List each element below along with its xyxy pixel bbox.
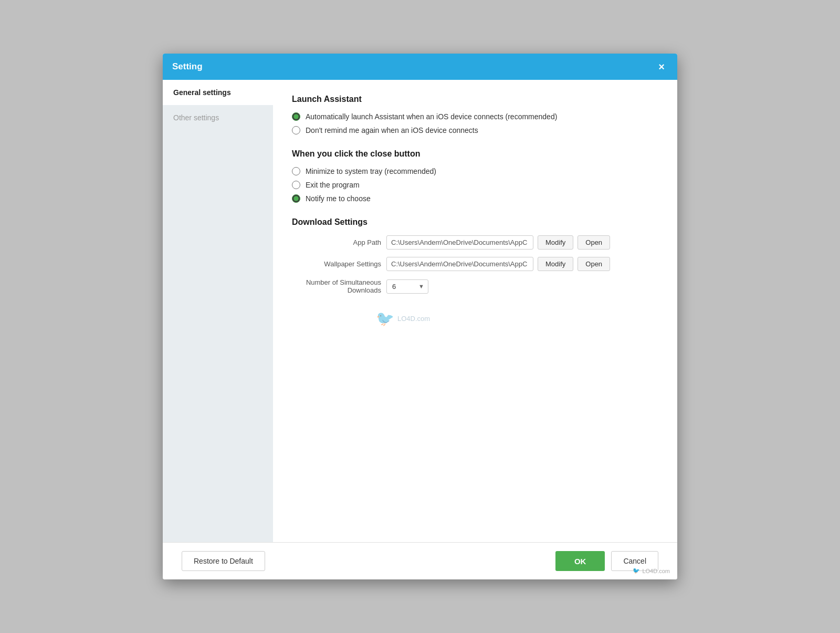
wallpaper-open-button[interactable]: Open <box>578 257 610 271</box>
close-option-exit[interactable]: Exit the program <box>292 181 658 189</box>
close-option-minimize[interactable]: Minimize to system tray (recommended) <box>292 167 658 175</box>
simultaneous-select[interactable]: 1 2 3 4 5 6 7 8 <box>386 279 428 294</box>
sidebar-item-general[interactable]: General settings <box>163 80 273 105</box>
wallpaper-row: Wallpaper Settings Modify Open <box>292 257 658 271</box>
download-settings-grid: App Path Modify Open Wallpaper Settings … <box>292 235 658 294</box>
lo4d-badge: 🐦 LO4D.com <box>633 567 670 574</box>
watermark: 🐦 LO4D.com <box>292 310 658 327</box>
dialog-body: General settings Other settings Launch A… <box>163 80 677 542</box>
titlebar: Setting × <box>163 54 677 80</box>
app-path-open-button[interactable]: Open <box>578 235 610 250</box>
launch-section: Launch Assistant Automatically launch As… <box>292 95 658 134</box>
close-radio-notify[interactable] <box>292 194 300 203</box>
sidebar: General settings Other settings <box>163 80 273 542</box>
launch-radio-noremind[interactable] <box>292 126 300 134</box>
dialog-title: Setting <box>172 61 203 72</box>
sidebar-item-other[interactable]: Other settings <box>163 105 273 130</box>
close-option-notify[interactable]: Notify me to choose <box>292 194 658 203</box>
launch-section-title: Launch Assistant <box>292 95 658 104</box>
app-path-modify-button[interactable]: Modify <box>538 235 573 250</box>
dialog-footer: Restore to Default OK Cancel <box>163 542 677 579</box>
lo4d-icon: 🐦 <box>633 567 640 574</box>
wallpaper-input[interactable] <box>386 257 533 271</box>
launch-option-auto[interactable]: Automatically launch Assistant when an i… <box>292 112 658 121</box>
close-radio-group: Minimize to system tray (recommended) Ex… <box>292 167 658 203</box>
close-radio-exit[interactable] <box>292 181 300 189</box>
ok-button[interactable]: OK <box>555 551 605 571</box>
app-path-input[interactable] <box>386 235 533 250</box>
close-button[interactable]: × <box>655 60 668 73</box>
footer-left: Restore to Default <box>182 551 265 571</box>
lo4d-text: LO4D.com <box>642 568 670 574</box>
simultaneous-label: Number of Simultaneous Downloads <box>292 278 381 294</box>
simultaneous-row: Number of Simultaneous Downloads 1 2 3 4… <box>292 278 658 294</box>
launch-radio-auto[interactable] <box>292 112 300 121</box>
launch-radio-group: Automatically launch Assistant when an i… <box>292 112 658 134</box>
settings-content: Launch Assistant Automatically launch As… <box>273 80 677 542</box>
download-section: Download Settings App Path Modify Open W… <box>292 217 658 294</box>
close-section-title: When you click the close button <box>292 149 658 159</box>
wallpaper-modify-button[interactable]: Modify <box>538 257 573 271</box>
restore-default-button[interactable]: Restore to Default <box>182 551 265 571</box>
wallpaper-label: Wallpaper Settings <box>292 260 381 268</box>
app-path-label: App Path <box>292 238 381 246</box>
close-radio-minimize[interactable] <box>292 167 300 175</box>
watermark-text: LO4D.com <box>397 315 430 323</box>
app-path-row: App Path Modify Open <box>292 235 658 250</box>
watermark-icon: 🐦 <box>376 310 394 327</box>
download-section-title: Download Settings <box>292 217 658 227</box>
launch-option-noremind[interactable]: Don't remind me again when an iOS device… <box>292 126 658 134</box>
simultaneous-select-wrap: 1 2 3 4 5 6 7 8 ▼ <box>386 279 428 294</box>
close-button-section: When you click the close button Minimize… <box>292 149 658 203</box>
